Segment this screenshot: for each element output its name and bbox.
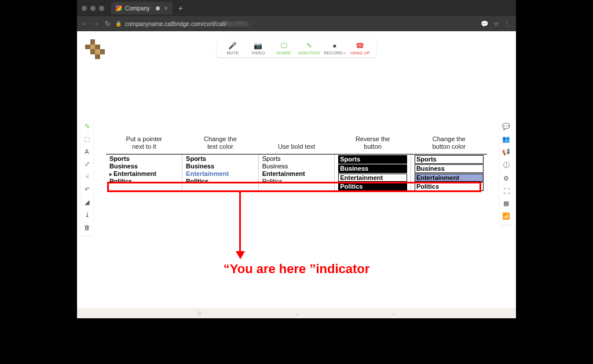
footer-bar: ⊙ ⌄ ⌄ (77, 308, 516, 318)
info-icon[interactable]: ⓘ (503, 161, 510, 170)
video-button[interactable]: 📷VIDEO (246, 42, 271, 55)
settings-icon[interactable]: ⚙ (503, 175, 509, 182)
screen-icon: 🖵 (280, 42, 287, 50)
right-toolbar: 💬 👥 📢 ⓘ ⚙ ⛶ ▦ 📶 (500, 118, 513, 225)
share-button[interactable]: 🖵SHARE (271, 42, 296, 55)
bold-indicator: Entertainment (262, 170, 331, 177)
undo-icon[interactable]: ↶ (85, 186, 90, 193)
text-tool-icon[interactable]: A (85, 148, 89, 155)
hangup-button[interactable]: ☎HANG UP (347, 42, 373, 55)
col-header-textcolor: Change thetext color (182, 135, 259, 155)
colored-text-indicator: Entertainment (186, 170, 255, 177)
cube-icon[interactable]: ⬚ (84, 135, 90, 143)
url-id: 6b19961 (226, 21, 249, 27)
address-bar: ← → ↻ 🔒 companyname.callbridge.com/conf/… (77, 16, 516, 31)
window-controls[interactable] (82, 6, 104, 11)
url-path: /conf/call/ (202, 21, 226, 27)
annotation-caption: “You are here ”indicator (77, 262, 516, 277)
tab-record-indicator (156, 6, 160, 10)
url-text[interactable]: companyname.callbridge.com/conf/call/6b1… (125, 21, 249, 27)
textcolor-list: Sports Business Entertainment Politics (186, 155, 255, 185)
browser-window: Company × + ← → ↻ 🔒 companyname.callbrid… (77, 0, 516, 318)
tab-close-icon[interactable]: × (164, 5, 168, 12)
page-content: 🎤MUTE 📷VIDEO 🖵SHARE ✎ANNOTATE ●RECORD▾ ☎… (77, 31, 516, 318)
participants-icon[interactable]: 👥 (502, 135, 510, 143)
pen-tool-icon[interactable]: ✎ (85, 123, 90, 130)
browser-tab[interactable]: Company × (111, 2, 173, 14)
forward-button[interactable]: → (92, 20, 100, 28)
network-icon[interactable]: 📶 (502, 212, 510, 220)
buttoncolor-list: Sports Business Entertainment Politics (415, 155, 484, 191)
mic-icon: 🎤 (228, 42, 237, 50)
left-toolbar: ✎ ⬚ A ⤢ ☟ ↶ ◢ ⤓ 🗑 (80, 118, 93, 236)
bookmark-icon[interactable]: ☆ (493, 20, 499, 28)
arrow-head-annotation (236, 251, 245, 259)
trash-icon[interactable]: 🗑 (84, 224, 90, 231)
pointer-list: Sports Business Entertainment Politics (109, 155, 178, 185)
minimize-window[interactable] (90, 6, 96, 11)
col-header-bold: Use bold text (258, 135, 335, 155)
lock-icon: 🔒 (115, 21, 122, 27)
pencil-icon: ✎ (306, 42, 312, 50)
reload-button[interactable]: ↻ (104, 20, 112, 28)
company-logo (85, 39, 105, 59)
chat-indicator-icon[interactable]: 💬 (481, 20, 489, 28)
phone-hangup-icon: ☎ (356, 42, 364, 50)
chevron-down-icon: ▾ (343, 52, 345, 55)
pointer-indicator: Entertainment (109, 170, 178, 177)
favicon-icon (116, 5, 122, 11)
footer-collapse-icon[interactable]: ⌄ (294, 310, 299, 317)
col-header-pointer: Put a pointernext to it (106, 135, 182, 155)
new-tab-button[interactable]: + (178, 3, 183, 13)
col-header-buttoncolor: Change thebutton color (411, 135, 487, 155)
camera-icon: 📷 (254, 42, 262, 50)
eraser-icon[interactable]: ◢ (85, 198, 89, 206)
back-button[interactable]: ← (80, 20, 89, 28)
url-host: companyname.callbridge.com (125, 21, 202, 27)
annotate-button[interactable]: ✎ANNOTATE (296, 42, 322, 55)
footer-collapse-icon-2[interactable]: ⌄ (391, 310, 396, 317)
chat-icon[interactable]: 💬 (502, 123, 510, 130)
call-toolbar: 🎤MUTE 📷VIDEO 🖵SHARE ✎ANNOTATE ●RECORD▾ ☎… (217, 39, 376, 57)
colored-button-indicator: Entertainment (415, 174, 484, 182)
pointer-tool-icon[interactable]: ☟ (85, 173, 89, 181)
record-icon: ● (332, 42, 337, 50)
announce-icon[interactable]: 📢 (502, 148, 510, 156)
browser-menu-icon[interactable]: ⋮ (504, 20, 513, 28)
download-icon[interactable]: ⤓ (85, 211, 90, 219)
col-header-reverse: Reverse thebutton (335, 135, 411, 155)
tab-title: Company (125, 5, 150, 12)
fullscreen-icon[interactable]: ⛶ (503, 187, 510, 194)
shared-slide: Put a pointernext to it Change thetext c… (106, 135, 487, 192)
arrow-line-annotation (239, 192, 241, 252)
reverse-list: Sports Business Entertainment Politics (338, 155, 407, 191)
bold-list: Sports Business Entertainment Politics (262, 155, 331, 185)
grid-view-icon[interactable]: ▦ (503, 200, 509, 207)
record-button[interactable]: ●RECORD▾ (322, 42, 347, 55)
examples-table: Put a pointernext to it Change thetext c… (106, 135, 487, 192)
reversed-button-indicator: Entertainment (338, 174, 407, 182)
mute-button[interactable]: 🎤MUTE (220, 42, 246, 55)
titlebar: Company × + (77, 0, 516, 16)
close-window[interactable] (82, 6, 87, 11)
footer-icon[interactable]: ⊙ (197, 310, 202, 317)
maximize-window[interactable] (99, 6, 104, 11)
expand-icon[interactable]: ⤢ (85, 160, 90, 168)
